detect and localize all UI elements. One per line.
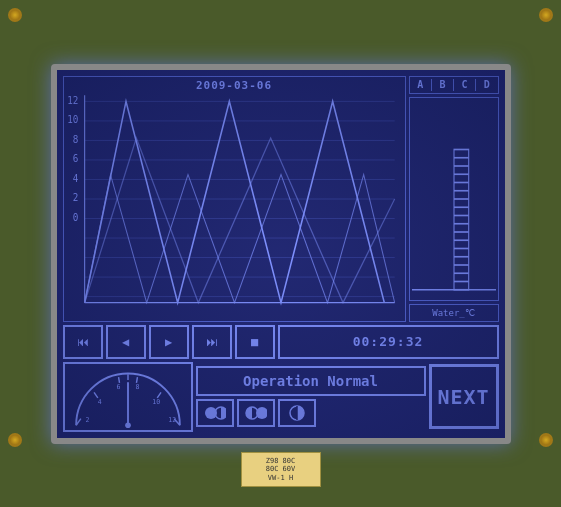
chart-date: 2009-03-06 <box>196 79 272 92</box>
icon-button-1[interactable] <box>196 399 234 427</box>
screw-tr <box>539 8 553 22</box>
svg-text:8: 8 <box>135 382 139 390</box>
transport-buttons: ⏮ ◀ ▶ ⏭ ■ <box>63 325 275 359</box>
water-label: Water_℃ <box>409 304 499 322</box>
circle-half-left-icon <box>204 404 226 422</box>
screw-bl <box>8 433 22 447</box>
lcd-screen: 2009-03-06 <box>57 70 505 438</box>
connector: Z98 80C 80C 60V VW-1 H <box>241 452 321 487</box>
status-area: Operation Normal <box>196 366 426 427</box>
gauge-status-row: 0 2 4 6 8 10 12 Operation Normal <box>63 362 499 432</box>
lcd-display: 2009-03-06 <box>51 64 511 444</box>
prev-button[interactable]: ◀ <box>106 325 146 359</box>
rewind-button[interactable]: ⏮ <box>63 325 103 359</box>
svg-text:4: 4 <box>72 172 78 184</box>
abcd-header: A B C D <box>409 76 499 94</box>
top-section: 2009-03-06 <box>63 76 499 322</box>
circle-half-right-icon <box>245 404 267 422</box>
icon-buttons-row <box>196 399 426 427</box>
stop-button[interactable]: ■ <box>235 325 275 359</box>
svg-point-56 <box>125 422 131 428</box>
svg-text:6: 6 <box>72 152 78 164</box>
label-b: B <box>439 79 445 90</box>
svg-point-60 <box>256 407 267 419</box>
svg-text:12: 12 <box>67 94 78 106</box>
svg-rect-22 <box>454 149 469 289</box>
operation-status: Operation Normal <box>196 366 426 396</box>
svg-text:10: 10 <box>152 397 160 405</box>
bar-chart <box>409 97 499 301</box>
circle-half-vertical-icon <box>286 404 308 422</box>
gauge-svg: 0 2 4 6 8 10 12 <box>65 364 191 430</box>
play-button[interactable]: ▶ <box>149 325 189 359</box>
svg-text:10: 10 <box>67 113 78 125</box>
svg-text:0: 0 <box>72 211 78 223</box>
screw-tl <box>8 8 22 22</box>
svg-text:2: 2 <box>72 191 78 203</box>
label-a: A <box>417 79 423 90</box>
icon-button-3[interactable] <box>278 399 316 427</box>
right-panel: A B C D <box>409 76 499 322</box>
bar-svg <box>412 100 496 298</box>
fast-forward-button[interactable]: ⏭ <box>192 325 232 359</box>
svg-text:8: 8 <box>72 133 78 145</box>
svg-text:12: 12 <box>168 416 176 424</box>
svg-text:2: 2 <box>85 416 89 424</box>
connector-label: Z98 80C 80C 60V VW-1 H <box>241 452 321 487</box>
controls-row: ⏮ ◀ ▶ ⏭ ■ 00:29:32 <box>63 325 499 359</box>
icon-button-2[interactable] <box>237 399 275 427</box>
chart-svg: 12 10 8 6 4 2 0 <box>64 77 405 321</box>
label-d: D <box>484 79 490 90</box>
time-display: 00:29:32 <box>278 325 499 359</box>
pcb-board: 2009-03-06 <box>0 0 561 507</box>
svg-text:4: 4 <box>97 397 101 405</box>
next-button[interactable]: NEXT <box>429 364 499 429</box>
gauge-area: 0 2 4 6 8 10 12 <box>63 362 193 432</box>
chart-area: 2009-03-06 <box>63 76 406 322</box>
label-c: C <box>462 79 468 90</box>
screw-br <box>539 433 553 447</box>
svg-text:6: 6 <box>116 382 120 390</box>
